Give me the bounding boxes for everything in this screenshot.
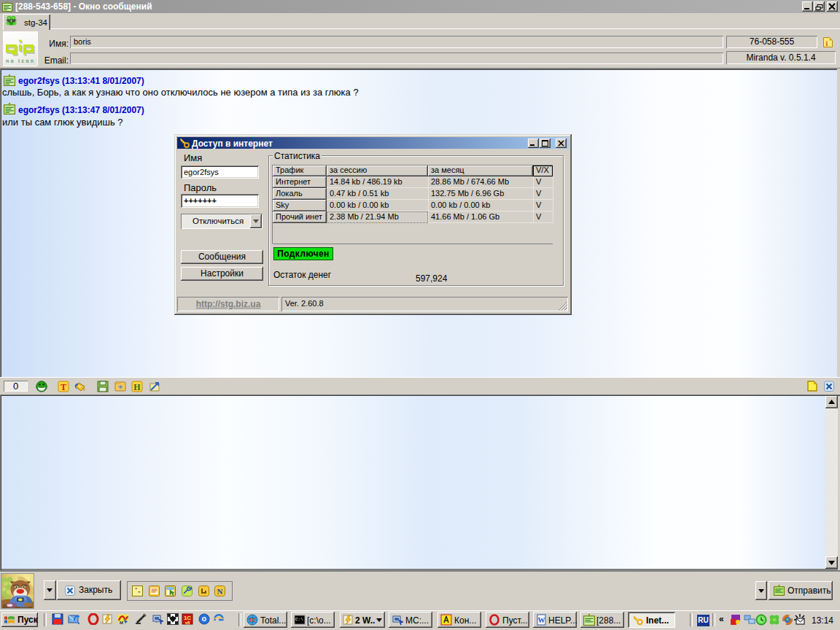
svg-text:M: M — [120, 621, 123, 625]
svg-text:v8: v8 — [185, 621, 190, 625]
svg-text:”: ” — [138, 591, 141, 596]
svg-text:N: N — [217, 587, 223, 596]
svg-text:T: T — [61, 382, 66, 392]
svg-text:i: i — [826, 39, 828, 47]
svg-text:TC: TC — [249, 618, 255, 623]
svg-text:“: “ — [135, 587, 138, 592]
svg-text:C:\: C:\ — [295, 617, 303, 622]
svg-text:✳: ✳ — [117, 384, 123, 391]
svg-text:H: H — [133, 382, 141, 392]
svg-text:W: W — [538, 616, 545, 624]
